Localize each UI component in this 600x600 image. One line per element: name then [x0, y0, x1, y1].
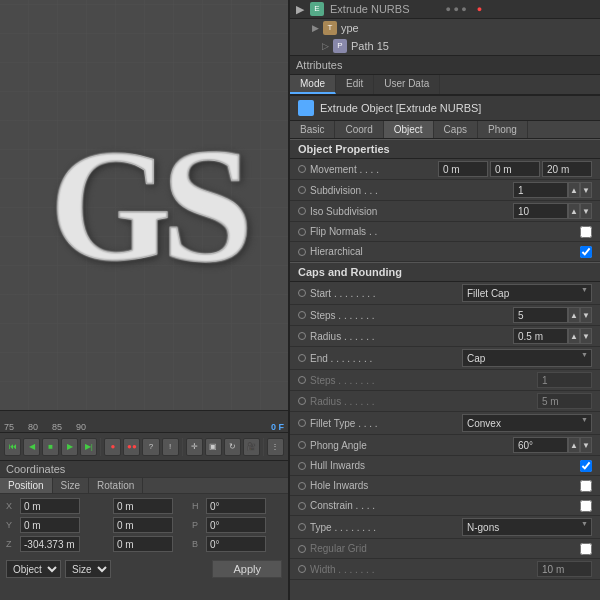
start-select[interactable]: Fillet Cap [462, 284, 592, 302]
coord-y-input[interactable] [20, 517, 80, 533]
iso-subdivision-label: Iso Subdivision [310, 206, 513, 217]
radius-dot [298, 332, 306, 340]
coordinates-header: Coordinates [0, 461, 288, 478]
transport-play[interactable]: ▶ [61, 438, 78, 456]
transport-rec2[interactable]: ●● [123, 438, 140, 456]
transport-move[interactable]: ✛ [186, 438, 203, 456]
iso-subdivision-input[interactable] [513, 203, 568, 219]
size-select[interactable]: Size [65, 560, 111, 578]
end-steps-row: Steps . . . . . . . [290, 370, 600, 391]
steps-down[interactable]: ▼ [580, 307, 592, 323]
coords-tab-position[interactable]: Position [0, 478, 53, 493]
regular-grid-label: Regular Grid [310, 543, 580, 554]
hierarchical-row: Hierarchical [290, 242, 600, 262]
coord-size-z-input[interactable] [113, 536, 173, 552]
transport-cam[interactable]: 🎥 [243, 438, 260, 456]
frame-indicator: 0 F [271, 422, 284, 432]
coord-x-input[interactable] [20, 498, 80, 514]
transport-begin[interactable]: ⏮ [4, 438, 21, 456]
transport-stop[interactable]: ■ [42, 438, 59, 456]
fillet-type-select[interactable]: Convex [462, 414, 592, 432]
radius-down[interactable]: ▼ [580, 328, 592, 344]
transport-info[interactable]: ! [162, 438, 179, 456]
hull-inwards-checkbox[interactable] [580, 460, 592, 472]
attr-tab-mode[interactable]: Mode [290, 75, 336, 94]
coord-row-b: B [192, 536, 282, 552]
transport-next[interactable]: ▶| [80, 438, 97, 456]
transport-q[interactable]: ? [142, 438, 159, 456]
coords-tab-size[interactable]: Size [53, 478, 89, 493]
width-input[interactable] [537, 561, 592, 577]
coord-size-y-input[interactable] [113, 517, 173, 533]
radius-input[interactable] [513, 328, 568, 344]
coord-row-size-z [99, 536, 189, 552]
coords-tab-rotation[interactable]: Rotation [89, 478, 143, 493]
constrain-checkbox[interactable] [580, 500, 592, 512]
object-select[interactable]: Object [6, 560, 61, 578]
bottom-selects: Object Size Apply [0, 556, 288, 582]
apply-button[interactable]: Apply [212, 560, 282, 578]
coord-h-input[interactable] [206, 498, 266, 514]
coord-row-x: X [6, 498, 96, 514]
coord-size-x-input[interactable] [113, 498, 173, 514]
transport-grid[interactable]: ⋮ [267, 438, 284, 456]
fillet-type-row: Fillet Type . . . . Convex [290, 412, 600, 435]
attr-tab-userdata[interactable]: User Data [374, 75, 440, 94]
start-label: Start . . . . . . . . [310, 288, 462, 299]
tree-extrude-label[interactable]: Extrude NURBS [330, 3, 409, 15]
attributes-section: Attributes Mode Edit User Data [290, 55, 600, 96]
obj-tab-coord[interactable]: Coord [335, 121, 383, 138]
regular-grid-checkbox[interactable] [580, 543, 592, 555]
timeline[interactable]: 75 80 85 90 0 F [0, 410, 288, 432]
obj-tab-basic[interactable]: Basic [290, 121, 335, 138]
object-properties-header: Object Properties [290, 139, 600, 159]
attr-tab-edit[interactable]: Edit [336, 75, 374, 94]
steps-up[interactable]: ▲ [568, 307, 580, 323]
phong-down[interactable]: ▼ [580, 437, 592, 453]
tree-item-type[interactable]: ▶ T ype [290, 19, 600, 37]
iso-subdivision-row: Iso Subdivision ▲ ▼ [290, 201, 600, 222]
end-steps-input[interactable] [537, 372, 592, 388]
subdivision-up[interactable]: ▲ [568, 182, 580, 198]
coord-h-label: H [192, 501, 204, 511]
subdivision-input[interactable] [513, 182, 568, 198]
start-dot [298, 289, 306, 297]
hierarchical-checkbox[interactable] [580, 246, 592, 258]
subdivision-down[interactable]: ▼ [580, 182, 592, 198]
obj-tab-object[interactable]: Object [384, 121, 434, 138]
ruler-mark-75: 75 [4, 422, 14, 432]
iso-sub-down[interactable]: ▼ [580, 203, 592, 219]
movement-x-input[interactable] [438, 161, 488, 177]
phong-up[interactable]: ▲ [568, 437, 580, 453]
type-label: Type . . . . . . . . [310, 522, 462, 533]
flip-normals-checkbox[interactable] [580, 226, 592, 238]
phong-angle-label: Phong Angle [310, 440, 513, 451]
coord-z-input[interactable] [20, 536, 80, 552]
tree-item-path15[interactable]: ▷ P Path 15 [290, 37, 600, 55]
end-select[interactable]: Cap [462, 349, 592, 367]
transport-divider-2 [182, 438, 183, 456]
steps-input[interactable] [513, 307, 568, 323]
radius-up[interactable]: ▲ [568, 328, 580, 344]
viewport[interactable]: GS [0, 0, 288, 410]
hole-inwards-checkbox[interactable] [580, 480, 592, 492]
transport-prev[interactable]: ◀ [23, 438, 40, 456]
coord-x-label: X [6, 501, 18, 511]
type-icon: T [323, 21, 337, 35]
obj-tab-phong[interactable]: Phong [478, 121, 528, 138]
iso-sub-up[interactable]: ▲ [568, 203, 580, 219]
coord-p-input[interactable] [206, 517, 266, 533]
transport-record[interactable]: ● [104, 438, 121, 456]
movement-y-input[interactable] [490, 161, 540, 177]
object-header: Extrude Object [Extrude NURBS] [290, 96, 600, 121]
end-radius-input[interactable] [537, 393, 592, 409]
transport-box[interactable]: ▣ [205, 438, 222, 456]
transport-rot[interactable]: ↻ [224, 438, 241, 456]
radius-row: Radius . . . . . . ▲ ▼ [290, 326, 600, 347]
movement-z-input[interactable] [542, 161, 592, 177]
end-row: End . . . . . . . . Cap [290, 347, 600, 370]
coord-b-input[interactable] [206, 536, 266, 552]
obj-tab-caps[interactable]: Caps [434, 121, 478, 138]
type-select[interactable]: N-gons [462, 518, 592, 536]
phong-angle-input[interactable] [513, 437, 568, 453]
